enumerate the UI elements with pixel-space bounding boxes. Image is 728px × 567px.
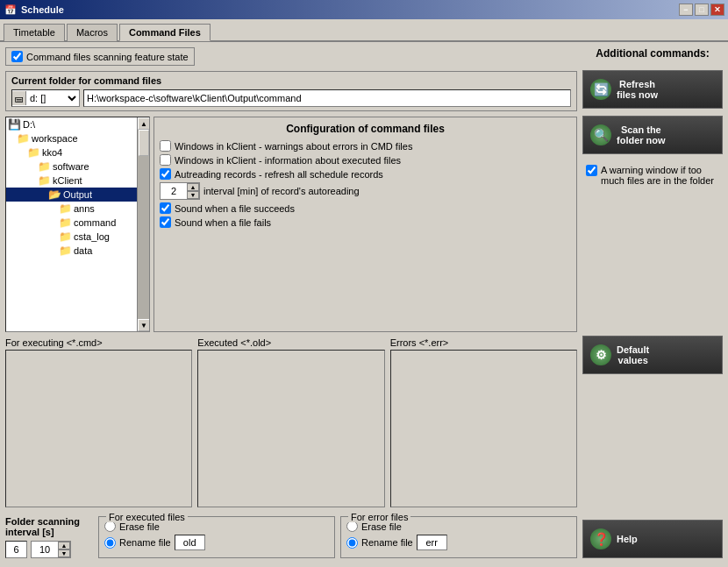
help-label: Help — [617, 534, 638, 544]
main-content: Command files scanning feature state Cur… — [0, 42, 728, 563]
errors-panel: Errors <*.err> — [390, 337, 577, 507]
scroll-track — [138, 130, 149, 319]
default-button[interactable]: ⚙ Defaultvalues — [582, 336, 723, 374]
error-ext-input[interactable] — [417, 535, 447, 550]
tree-item-csta-log[interactable]: 📁csta_log — [6, 230, 137, 244]
error-files-legend: For error files — [348, 512, 410, 522]
interval-row: ▲ ▼ interval [min] of record's autoreadi… — [160, 182, 571, 200]
refresh-icon: 🔄 — [590, 79, 611, 100]
tree-item-data[interactable]: 📁data — [6, 244, 137, 258]
interval-section: Folder scanning interval [s] ▲ ▼ — [5, 516, 93, 558]
help-button[interactable]: ❓ Help — [582, 520, 723, 558]
additional-title: Additional commands: — [582, 47, 723, 60]
folder-section: Current folder for command files 🖴 d: [] — [5, 71, 577, 111]
spinner-down[interactable]: ▼ — [187, 191, 199, 199]
title-bar: 📅 Schedule − □ ✕ — [0, 0, 728, 19]
scroll-down-btn[interactable]: ▼ — [138, 319, 150, 331]
minimize-button[interactable]: − — [679, 4, 693, 16]
sound-succeed-check[interactable] — [160, 202, 171, 214]
app-icon: 📅 — [4, 3, 18, 17]
tree-item-anns[interactable]: 📁anns — [6, 202, 137, 216]
error-rename-row: Rename file — [346, 535, 571, 550]
executing-panel: For executing <*.cmd> — [5, 337, 192, 507]
sound-fail-label: Sound when a file fails — [175, 217, 271, 228]
executed-files-group: For executed files Erase file Rename fil… — [98, 516, 335, 558]
config-check-3[interactable] — [160, 168, 171, 180]
tree-item-workspace[interactable]: 📁workspace — [6, 131, 137, 145]
tree-item-kko4[interactable]: 📁kko4 — [6, 145, 137, 159]
interval-up-btn[interactable]: ▲ — [58, 542, 70, 549]
spinner-container: ▲ ▼ — [160, 182, 200, 200]
feature-state-row: Command files scanning feature state — [5, 47, 195, 66]
config-option-2: Windows in kClient - information about e… — [160, 154, 571, 166]
error-rename-radio[interactable] — [346, 537, 358, 549]
tree-item-kclient[interactable]: 📁kClient — [6, 174, 137, 188]
warning-label: A warning window if too much files are i… — [601, 165, 719, 186]
config-option-3: Autreading records - refresh all schedul… — [160, 168, 571, 180]
interval-value-2[interactable] — [32, 544, 58, 555]
tree-config-row: 💾D:\ 📁workspace 📁kko4 📁software 📁kClient — [5, 117, 577, 332]
interval-spinner[interactable] — [161, 186, 187, 196]
config-label-3: Autreading records - refresh all schedul… — [175, 169, 383, 180]
tab-bar: Timetable Macros Command Files — [0, 19, 728, 42]
error-files-group: For error files Erase file Rename file — [340, 516, 577, 558]
error-rename-label: Rename file — [361, 537, 413, 548]
scroll-thumb[interactable] — [139, 130, 149, 156]
tree-item-command[interactable]: 📁command — [6, 216, 137, 230]
warning-section: A warning window if too much files are i… — [582, 161, 723, 189]
maximize-button[interactable]: □ — [695, 4, 709, 16]
sound-fail-check[interactable] — [160, 216, 171, 228]
window-title: Schedule — [21, 4, 679, 15]
bottom-controls-row: Folder scanning interval [s] ▲ ▼ For exe… — [5, 516, 577, 558]
sound-fail-row: Sound when a file fails — [160, 216, 571, 228]
right-panel: Additional commands: 🔄 Refreshfiles now … — [582, 47, 723, 558]
close-button[interactable]: ✕ — [710, 4, 724, 16]
feature-state-checkbox[interactable] — [11, 51, 23, 62]
tree-item-software[interactable]: 📁software — [6, 159, 137, 174]
executed-erase-label: Erase file — [119, 521, 160, 532]
folder-row: 🖴 d: [] — [11, 89, 571, 107]
executed-rename-label: Rename file — [119, 537, 171, 548]
config-option-1: Windows in kClient - warnings about erro… — [160, 140, 571, 152]
warning-checkbox[interactable] — [586, 165, 597, 176]
tree-scrollbar: ▲ ▼ — [137, 117, 149, 331]
tab-timetable[interactable]: Timetable — [4, 24, 65, 41]
interval-label: interval [min] of record's autoreading — [203, 186, 360, 196]
executed-list — [197, 350, 384, 507]
tree-item-output[interactable]: 📂Output — [6, 188, 137, 202]
errors-header: Errors <*.err> — [390, 337, 577, 348]
interval-spinner-2: ▲ ▼ — [31, 541, 71, 558]
error-erase-label: Erase file — [361, 521, 402, 532]
window-controls: − □ ✕ — [679, 4, 724, 16]
list-panels-section: For executing <*.cmd> Executed <*.old> E… — [5, 337, 577, 507]
drive-icon: 🖴 — [12, 91, 26, 105]
config-check-2[interactable] — [160, 154, 171, 166]
config-panel: Configuration of command files Windows i… — [153, 117, 577, 332]
executed-header: Executed <*.old> — [197, 337, 384, 348]
refresh-button[interactable]: 🔄 Refreshfiles now — [582, 70, 723, 109]
sound-succeed-row: Sound when a file succeeds — [160, 202, 571, 214]
spinner-buttons: ▲ ▼ — [187, 183, 199, 199]
config-check-1[interactable] — [160, 140, 171, 152]
help-icon: ❓ — [590, 528, 611, 549]
executed-rename-radio[interactable] — [104, 537, 116, 549]
config-label-1: Windows in kClient - warnings about erro… — [175, 141, 412, 152]
path-input[interactable] — [83, 89, 571, 107]
interval-down-btn[interactable]: ▼ — [58, 549, 70, 557]
tree-panel: 💾D:\ 📁workspace 📁kko4 📁software 📁kClient — [5, 117, 150, 332]
tab-macros[interactable]: Macros — [67, 24, 118, 41]
tab-command-files[interactable]: Command Files — [119, 24, 211, 41]
scroll-up-btn[interactable]: ▲ — [138, 117, 150, 130]
interval-section-label: Folder scanning interval [s] — [5, 516, 93, 537]
config-title: Configuration of command files — [160, 123, 571, 135]
interval-inputs: ▲ ▼ — [5, 541, 93, 558]
interval-input-1[interactable] — [5, 541, 27, 558]
config-label-2: Windows in kClient - information about e… — [175, 155, 401, 166]
drive-select[interactable]: d: [] — [26, 92, 79, 104]
spinner-up[interactable]: ▲ — [187, 183, 199, 191]
default-icon: ⚙ — [590, 344, 611, 365]
scan-button[interactable]: 🔍 Scan thefolder now — [582, 116, 723, 154]
scan-icon: 🔍 — [590, 124, 611, 145]
tree-item-drive[interactable]: 💾D:\ — [6, 117, 137, 131]
executed-ext-input[interactable] — [175, 535, 205, 550]
